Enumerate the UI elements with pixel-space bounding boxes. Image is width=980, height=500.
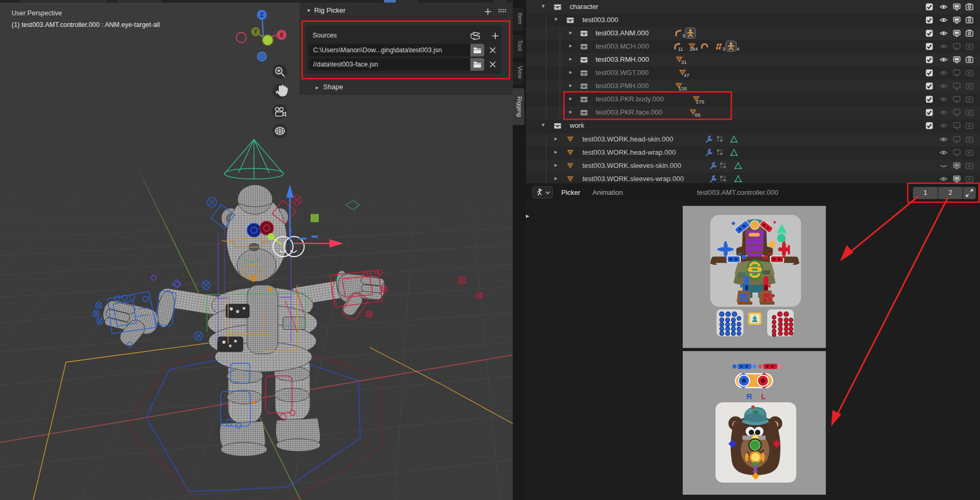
svg-text:R: R xyxy=(747,392,752,401)
svg-text:X: X xyxy=(280,32,284,38)
svg-text:Z: Z xyxy=(260,12,263,18)
svg-text:Y: Y xyxy=(254,29,258,35)
svg-text:L: L xyxy=(761,392,766,401)
